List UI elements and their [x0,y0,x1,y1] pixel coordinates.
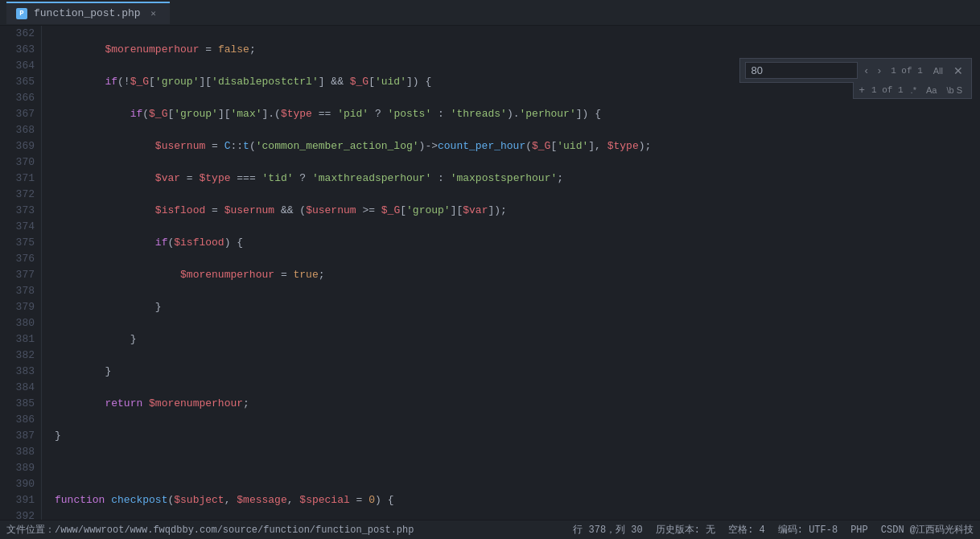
search-input[interactable] [745,62,858,79]
status-left: 文件位置：/www/wwwroot/www.fwqdbby.com/source… [6,523,414,537]
case-sensitive-button[interactable]: Aa [922,84,941,97]
search-add-icon: + [859,84,865,97]
search-close-button[interactable]: ✕ [950,63,966,79]
status-right: 行 378，列 30 历史版本: 无 空格: 4 编码: UTF-8 PHP C… [573,523,974,537]
editor-container: ‹ › 1 of 1 All ✕ + 1 of 1 .* Aa \b S 362… [0,26,980,520]
indent-size: 空格: 4 [728,523,765,537]
code-line-371: } [55,331,980,348]
tab-filename: function_post.php [34,7,141,19]
history-version: 历史版本: 无 [656,523,715,537]
code-line-366: $var = $type === 'tid' ? 'maxthreadsperh… [55,171,980,187]
search-all-button[interactable]: All [929,64,947,77]
code-line-367: $isflood = $usernum && ($usernum >= $_G[… [55,203,980,219]
file-tab[interactable]: P function_post.php ✕ [6,2,170,24]
code-line-376: function checkpost($subject, $message, $… [55,492,980,508]
code-line-373: return $morenumperhour; [55,396,980,412]
search-match-count: 1 of 1 [887,66,926,76]
status-bar: 文件位置：/www/wwwroot/www.fwqdbby.com/source… [0,520,980,539]
php-icon: P [16,8,27,19]
search-next-button[interactable]: › [875,63,884,78]
search-options: All [929,64,947,77]
search-options-2: .* Aa \b S [907,84,966,97]
tab-close-button[interactable]: ✕ [147,7,160,20]
cursor-position: 行 378，列 30 [573,523,642,537]
file-path: 文件位置：/www/wwwroot/www.fwqdbby.com/source… [6,523,414,537]
code-area: 362 363 364 365 366 367 368 369 370 371 … [0,26,980,520]
search-panel-row2: + 1 of 1 .* Aa \b S [853,82,972,99]
watermark: CSDN @江西码光科技 [881,523,974,537]
encoding: 编码: UTF-8 [778,523,838,537]
code-line-368: if($isflood) { [55,235,980,251]
search-panel: ‹ › 1 of 1 All ✕ [739,58,972,83]
regex-button[interactable]: .* [907,84,920,97]
search-match-info-2: 1 of 1 [871,85,904,95]
code-line-372: } [55,364,980,380]
code-line-375 [55,460,980,476]
search-prev-button[interactable]: ‹ [861,63,871,78]
whole-word-button[interactable]: \b S [942,84,966,97]
code-line-365: $usernum = C::t('common_member_action_lo… [55,138,980,154]
title-bar: P function_post.php ✕ [0,0,980,26]
code-line-370: } [55,299,980,315]
code-content: $morenumperhour = false; if(!$_G['group'… [42,26,980,520]
code-line-364: if($_G['group']['max'].($type == 'pid' ?… [55,106,980,122]
code-line-362: $morenumperhour = false; [55,42,980,58]
line-numbers: 362 363 364 365 366 367 368 369 370 371 … [0,26,42,520]
code-line-374: } [55,428,980,444]
file-type: PHP [850,525,868,536]
code-line-369: $morenumperhour = true; [55,267,980,283]
